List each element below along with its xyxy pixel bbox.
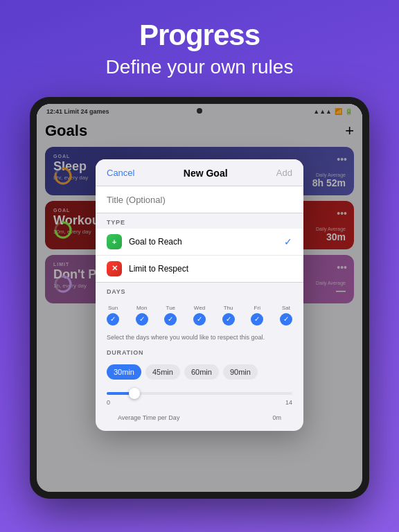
days-note: Select the days where you would like to … xyxy=(96,331,303,344)
limit-type-icon: ✕ xyxy=(107,261,122,276)
slider-track[interactable] xyxy=(107,392,292,395)
limit-type-label: Limit to Respect xyxy=(129,264,292,274)
day-mon[interactable]: Mon ✓ xyxy=(136,305,148,326)
type-option-goal[interactable]: + Goal to Reach ✓ xyxy=(96,229,303,256)
duration-options: 30min 45min 60min 90min xyxy=(107,364,292,380)
modal-overlay[interactable]: Cancel New Goal Add TYPE + Goal to Reach xyxy=(37,104,362,492)
duration-90min[interactable]: 90min xyxy=(223,364,258,380)
days-row: Sun ✓ Mon ✓ Tue ✓ xyxy=(107,305,292,326)
day-thu-label: Thu xyxy=(224,305,233,311)
title-input[interactable] xyxy=(107,195,292,205)
modal-cancel-button[interactable]: Cancel xyxy=(107,168,134,178)
days-section: Sun ✓ Mon ✓ Tue ✓ xyxy=(96,298,303,331)
day-mon-check: ✓ xyxy=(136,313,148,326)
day-tue-check: ✓ xyxy=(164,313,177,326)
modal-add-button[interactable]: Add xyxy=(276,168,292,178)
page-subtitle: Define your own rules xyxy=(14,55,385,79)
ipad-device: 12:41 Limit 24 games ▲▲▲ 📶 🔋 Goals + GOA… xyxy=(30,97,369,499)
day-fri-label: Fri xyxy=(254,305,260,311)
slider-section: 0 14 xyxy=(96,385,303,411)
goal-type-check: ✓ xyxy=(284,236,292,247)
header: Progress Define your own rules xyxy=(0,0,399,90)
day-sat-check: ✓ xyxy=(280,313,292,326)
avg-time-label: Average Time per Day xyxy=(107,413,190,425)
days-section-label: DAYS xyxy=(96,283,303,298)
day-fri[interactable]: Fri ✓ xyxy=(251,305,263,326)
device-wrapper: 12:41 Limit 24 games ▲▲▲ 📶 🔋 Goals + GOA… xyxy=(0,97,399,499)
type-section-label: TYPE xyxy=(96,213,303,229)
duration-60min[interactable]: 60min xyxy=(184,364,219,380)
day-tue-label: Tue xyxy=(166,305,176,311)
slider-values: 0 14 xyxy=(107,399,292,406)
modal-input-section xyxy=(96,186,303,213)
modal-title: New Goal xyxy=(184,168,228,179)
day-thu[interactable]: Thu ✓ xyxy=(222,305,235,326)
day-sun[interactable]: Sun ✓ xyxy=(107,305,119,326)
device-screen: 12:41 Limit 24 games ▲▲▲ 📶 🔋 Goals + GOA… xyxy=(37,104,362,492)
day-sat[interactable]: Sat ✓ xyxy=(280,305,292,326)
slider-min: 0 xyxy=(107,399,110,406)
avg-time-value: 0m xyxy=(261,413,292,425)
type-options: + Goal to Reach ✓ ✕ Limit to Respect xyxy=(96,229,303,283)
type-option-limit[interactable]: ✕ Limit to Respect xyxy=(96,256,303,282)
goal-type-label: Goal to Reach xyxy=(129,237,284,247)
goal-type-icon: + xyxy=(107,234,122,249)
day-fri-check: ✓ xyxy=(251,313,263,326)
slider-thumb[interactable] xyxy=(129,388,140,399)
avg-row: Average Time per Day 0m xyxy=(96,411,303,431)
duration-45min[interactable]: 45min xyxy=(145,364,180,380)
day-wed-check: ✓ xyxy=(193,313,206,326)
day-thu-check: ✓ xyxy=(222,313,235,326)
day-sun-check: ✓ xyxy=(107,313,119,326)
duration-section: 30min 45min 60min 90min xyxy=(96,359,303,385)
day-tue[interactable]: Tue ✓ xyxy=(164,305,177,326)
day-wed-label: Wed xyxy=(194,305,205,311)
duration-section-label: DURATION xyxy=(96,344,303,359)
day-sun-label: Sun xyxy=(108,305,118,311)
duration-30min[interactable]: 30min xyxy=(107,364,141,380)
slider-max: 14 xyxy=(285,399,292,406)
day-sat-label: Sat xyxy=(282,305,290,311)
modal-header: Cancel New Goal Add xyxy=(96,159,303,186)
page-title: Progress xyxy=(14,19,385,51)
day-mon-label: Mon xyxy=(136,305,148,311)
day-wed[interactable]: Wed ✓ xyxy=(193,305,206,326)
new-goal-modal: Cancel New Goal Add TYPE + Goal to Reach xyxy=(96,159,303,431)
